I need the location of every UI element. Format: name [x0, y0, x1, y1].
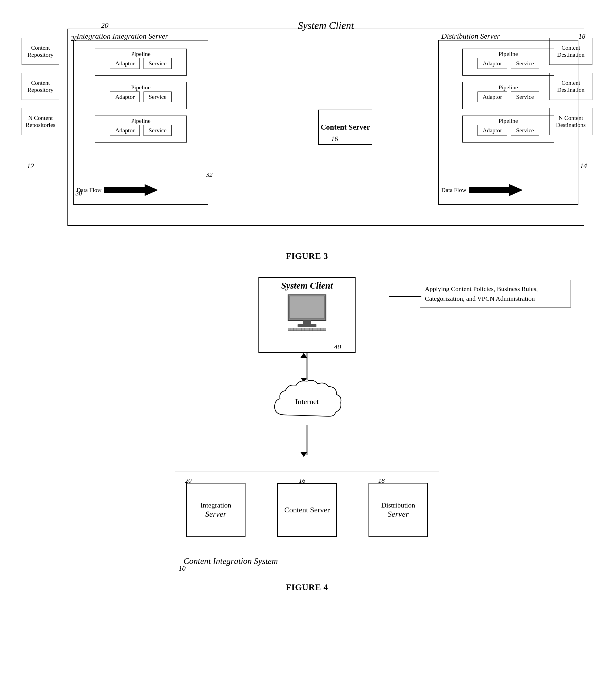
system-client-box: System Client Integration Integration Se…	[67, 29, 584, 226]
integration-server-box: Integration Integration Server Pipeline …	[73, 40, 208, 205]
dist-pipeline-box-2: Pipeline Adaptor Service	[462, 82, 554, 109]
dist-pipeline-label-3: Pipeline	[499, 117, 518, 124]
fig4-content-server-box: Content Server	[277, 483, 337, 537]
content-repo-1: Content Repository	[22, 38, 59, 65]
ref-num-16-fig4: 16	[299, 477, 305, 484]
pipeline-inner-3: Adaptor Service	[95, 125, 187, 136]
fig4-system-client-label: System Client	[281, 280, 333, 291]
dist-adaptor-box-2: Adaptor	[477, 91, 507, 102]
dist-pipeline-label-2: Pipeline	[499, 84, 518, 91]
adaptor-box-3: Adaptor	[110, 125, 140, 136]
dist-pipeline-label-1: Pipeline	[499, 50, 518, 58]
svg-text:Internet: Internet	[295, 397, 319, 406]
fig4-integration-server-box: Integration Server	[186, 483, 245, 537]
fig4-integration-server-text-line2: Server	[205, 509, 226, 518]
dist-pipeline-inner-2: Adaptor Service	[463, 91, 554, 102]
pipeline-inner-2: Adaptor Service	[95, 91, 187, 102]
data-flow-right: Data Flow	[442, 184, 523, 196]
dist-service-box-2: Service	[511, 91, 539, 102]
pipeline-label-1: Pipeline	[131, 50, 151, 58]
pipeline-box-1: Pipeline Adaptor Service	[95, 49, 187, 76]
content-dests-group: Content Destination Content Destination …	[549, 38, 592, 135]
internet-cloud: Internet	[264, 377, 350, 426]
svg-rect-4	[303, 321, 311, 324]
ref-num-16: 16	[331, 135, 338, 143]
dist-pipeline-box-3: Pipeline Adaptor Service	[462, 115, 554, 142]
pipeline-row-1: Pipeline Adaptor Service	[77, 49, 205, 78]
content-dest-2: Content Destination	[549, 73, 592, 100]
svg-marker-0	[104, 184, 158, 196]
adaptor-box-2: Adaptor	[110, 91, 140, 102]
svg-marker-1	[469, 184, 523, 196]
ref-num-40: 40	[334, 343, 341, 351]
ref-num-12: 12	[27, 162, 34, 170]
content-server-box: Content Server	[318, 110, 372, 145]
content-integration-system-box: Content Integration System 10 Integratio…	[175, 472, 439, 555]
ref-num-18-fig4: 18	[378, 477, 385, 484]
dist-adaptor-box-1: Adaptor	[477, 58, 507, 69]
service-box-1: Service	[143, 58, 171, 69]
distribution-server-label: Distribution Server	[442, 32, 500, 40]
ref-num-20-fig4: 20	[185, 477, 192, 484]
ref-num-14: 14	[580, 162, 587, 170]
monitor-icon	[285, 293, 329, 331]
ref-num-32: 32	[206, 171, 213, 178]
content-dest-n: N Content Destinations	[549, 108, 592, 135]
callout-box: Applying Content Policies, Business Rule…	[420, 280, 571, 308]
service-box-3: Service	[143, 125, 171, 136]
callout-line	[389, 296, 421, 297]
dist-pipeline-inner-3: Adaptor Service	[463, 125, 554, 136]
figure4-caption: FIGURE 4	[22, 582, 592, 592]
integration-server-label: Integration Integration Server	[77, 32, 168, 40]
content-repo-n: N Content Repositories	[22, 108, 59, 135]
svg-rect-5	[297, 324, 317, 327]
content-repo-2: Content Repository	[22, 73, 59, 100]
pipeline-box-3: Pipeline Adaptor Service	[95, 115, 187, 142]
content-repos-group: Content Repository Content Repository N …	[22, 38, 59, 135]
pipeline-inner-1: Adaptor Service	[95, 58, 187, 69]
ref-num-20-int: 20	[71, 35, 78, 43]
ref-num-30: 30	[76, 190, 82, 197]
vert-line-2	[307, 425, 308, 455]
system-client-label: System Client	[298, 20, 354, 31]
pipeline-box-2: Pipeline Adaptor Service	[95, 82, 187, 109]
dist-pipeline-inner-1: Adaptor Service	[463, 58, 554, 69]
content-dest-1: Content Destination	[549, 38, 592, 65]
arrow-head-up-1	[300, 353, 307, 358]
figure3-caption: FIGURE 3	[22, 251, 592, 261]
fig4-distribution-server-text-line2: Server	[388, 509, 409, 518]
dist-service-box-3: Service	[511, 125, 539, 136]
pipeline-label-3: Pipeline	[131, 117, 151, 124]
svg-rect-3	[290, 296, 324, 318]
data-flow-left: Data Flow	[77, 184, 158, 196]
fig4-integration-server-text-line1: Integration	[201, 501, 231, 509]
dist-adaptor-box-3: Adaptor	[477, 125, 507, 136]
dist-service-box-1: Service	[511, 58, 539, 69]
pipeline-label-2: Pipeline	[131, 84, 151, 91]
ref-num-10: 10	[179, 564, 186, 573]
fig4-distribution-server-text-line1: Distribution	[381, 501, 415, 509]
fig4-distribution-server-box: Distribution Server	[369, 483, 428, 537]
figure4-container: System Client	[22, 277, 592, 561]
adaptor-box-1: Adaptor	[110, 58, 140, 69]
arrow-head-down-2	[300, 452, 307, 457]
pipeline-row-2: Pipeline Adaptor Service	[77, 82, 205, 112]
pipeline-row-3: Pipeline Adaptor Service	[77, 115, 205, 145]
dist-pipeline-box-1: Pipeline Adaptor Service	[462, 49, 554, 76]
content-integration-system-label: Content Integration System	[183, 556, 278, 566]
service-box-2: Service	[143, 91, 171, 102]
fig4-system-client-box: System Client	[258, 277, 356, 353]
